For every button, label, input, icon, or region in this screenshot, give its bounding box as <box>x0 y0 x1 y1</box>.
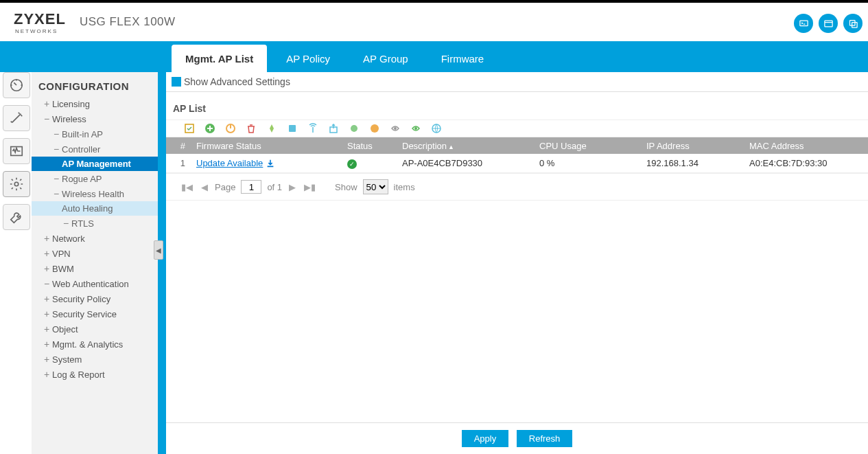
sidebar-item-label: Object <box>52 324 78 334</box>
svg-point-6 <box>14 182 19 186</box>
collapse-handle[interactable]: ◀ <box>154 240 163 260</box>
col-header-description[interactable]: Description▲ <box>402 141 539 151</box>
delete-icon[interactable] <box>246 123 257 134</box>
logo-subtext: NETWORKS <box>15 28 66 34</box>
sidebar-item-object[interactable]: +Object <box>32 321 158 337</box>
expand-icon: − <box>54 128 62 139</box>
sidebar-item-licensing[interactable]: +Licensing <box>32 96 158 111</box>
export-icon[interactable] <box>328 123 339 134</box>
maintenance-icon[interactable] <box>3 204 30 230</box>
expand-icon: − <box>44 113 52 124</box>
led-icon[interactable] <box>349 123 360 134</box>
main-content: Show Advanced Settings AP List # Firmwar… <box>166 72 868 454</box>
sidebar-item-controller[interactable]: −Controller <box>32 141 158 157</box>
items-label: items <box>394 182 415 192</box>
page-size-select[interactable]: 50 <box>363 179 388 194</box>
sidebar-item-label: AP Management <box>62 159 131 169</box>
add-icon[interactable] <box>204 123 215 134</box>
configuration-icon[interactable] <box>3 171 30 197</box>
sidebar-item-wireless[interactable]: −Wireless <box>32 111 158 126</box>
sidebar-item-label: Mgmt. & Analytics <box>52 339 123 350</box>
tab-firmware[interactable]: Firmware <box>427 45 498 72</box>
sidebar-item-network[interactable]: +Network <box>32 231 158 246</box>
monitor-icon[interactable] <box>3 138 30 164</box>
sidebar-item-system[interactable]: +System <box>32 352 158 367</box>
sidebar-item-label: System <box>52 354 82 365</box>
apply-button[interactable]: Apply <box>462 430 509 447</box>
advanced-settings-toggle[interactable]: Show Advanced Settings <box>166 72 868 92</box>
tab-mgmt-ap-list[interactable]: Mgmt. AP List <box>172 45 267 72</box>
dashboard-icon[interactable] <box>3 72 30 98</box>
reference-icon[interactable] <box>843 14 863 33</box>
sidebar-item-web-authentication[interactable]: −Web Authentication <box>32 276 158 291</box>
sidebar-item-wireless-health[interactable]: −Wireless Health <box>32 186 158 201</box>
grid-icon <box>172 77 181 87</box>
sidebar-item-label: Security Policy <box>52 294 110 304</box>
sidebar-item-auto-healing[interactable]: Auto Healing <box>32 201 158 216</box>
expand-icon: + <box>44 248 52 259</box>
sidebar-item-security-policy[interactable]: +Security Policy <box>32 291 158 306</box>
console-icon[interactable] <box>794 14 813 33</box>
edit-icon[interactable] <box>184 123 195 134</box>
sidebar-item-rogue-ap[interactable]: −Rogue AP <box>32 171 158 186</box>
expand-icon: + <box>44 263 52 274</box>
sidebar-item-built-in-ap[interactable]: −Built-in AP <box>32 126 158 141</box>
wizard-icon[interactable] <box>3 105 30 131</box>
expand-icon: + <box>44 369 52 380</box>
col-header-num[interactable]: # <box>166 141 192 151</box>
svg-rect-1 <box>824 21 832 27</box>
cell-num: 1 <box>166 158 192 168</box>
sidebar-item-label: Wireless <box>52 114 86 124</box>
tab-ap-group[interactable]: AP Group <box>349 45 422 72</box>
left-rail <box>0 72 32 237</box>
status-ok-icon: ✓ <box>347 159 357 169</box>
dcs-icon[interactable] <box>266 123 277 134</box>
antenna-icon[interactable] <box>307 123 318 134</box>
col-header-firmware[interactable]: Firmware Status <box>192 141 347 151</box>
col-header-mac[interactable]: MAC Address <box>749 141 868 151</box>
prev-page-icon[interactable]: ◀ <box>200 182 209 192</box>
advanced-settings-label: Show Advanced Settings <box>184 76 290 87</box>
sidebar-item-security-service[interactable]: +Security Service <box>32 306 158 321</box>
globe-icon[interactable] <box>431 123 442 134</box>
table-header: # Firmware Status Status Description▲ CP… <box>166 137 868 154</box>
tab-ap-policy[interactable]: AP Policy <box>272 45 344 72</box>
blue-stripe <box>158 72 166 454</box>
cli-icon[interactable] <box>819 14 838 33</box>
of-label: of 1 <box>267 182 282 192</box>
next-page-icon[interactable]: ▶ <box>288 182 297 192</box>
sidebar-item-bwm[interactable]: +BWM <box>32 261 158 276</box>
power-icon[interactable] <box>225 123 236 134</box>
footer-buttons: Apply Refresh <box>166 422 868 447</box>
coin-icon[interactable] <box>369 123 380 134</box>
sidebar-item-log-report[interactable]: +Log & Report <box>32 367 158 382</box>
first-page-icon[interactable]: ▮◀ <box>180 182 194 192</box>
sidebar-item-label: RTLS <box>71 218 94 229</box>
svg-point-15 <box>414 127 417 130</box>
expand-icon: + <box>44 324 52 334</box>
cell-description: AP-A0E4CB7D9330 <box>402 158 539 168</box>
suppress-on-icon[interactable] <box>410 123 421 134</box>
download-icon <box>266 159 275 168</box>
col-header-cpu[interactable]: CPU Usage <box>539 141 646 151</box>
expand-icon: + <box>44 98 52 109</box>
tabs-bar: Mgmt. AP List AP Policy AP Group Firmwar… <box>0 41 868 72</box>
pager: ▮◀ ◀ Page of 1 ▶ ▶▮ Show 50 items <box>166 173 868 201</box>
sidebar-item-mgmt-analytics[interactable]: +Mgmt. & Analytics <box>32 337 158 352</box>
sidebar-item-vpn[interactable]: +VPN <box>32 246 158 261</box>
sidebar-item-ap-management[interactable]: AP Management <box>32 157 158 171</box>
page-input[interactable] <box>241 180 261 194</box>
table-row[interactable]: 1 Update Available ✓ AP-A0E4CB7D9330 0 %… <box>166 154 868 173</box>
col-header-ip[interactable]: IP Address <box>646 141 749 151</box>
section-title: AP List <box>166 92 868 120</box>
sidebar-title: CONFIGURATION <box>32 78 158 96</box>
last-page-icon[interactable]: ▶▮ <box>303 182 317 192</box>
expand-icon: − <box>54 188 62 199</box>
sidebar-item-label: Network <box>52 234 85 244</box>
refresh-button[interactable]: Refresh <box>517 430 573 447</box>
suppress-off-icon[interactable] <box>390 123 401 134</box>
col-header-status[interactable]: Status <box>347 141 402 151</box>
sidebar-item-rtls[interactable]: −RTLS <box>32 216 158 231</box>
firmware-update-link[interactable]: Update Available <box>196 158 275 168</box>
info-icon[interactable] <box>287 123 298 134</box>
